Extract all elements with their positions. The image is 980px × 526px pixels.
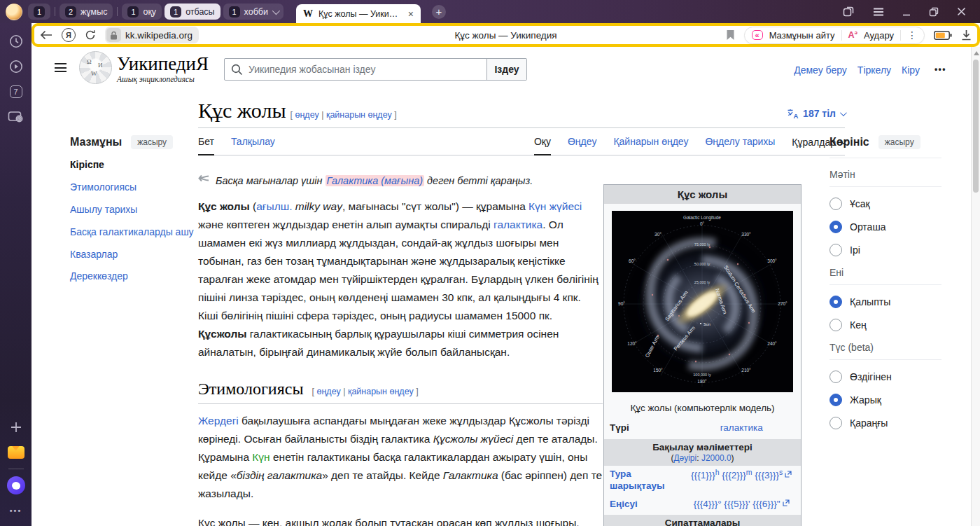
inline-link[interactable]: Тура шарықтауы [610,468,687,492]
inline-link[interactable]: галактика [493,219,542,230]
toc-item-sources[interactable]: Дереккөздер [70,270,206,283]
yandex-letter: Я [66,31,71,39]
inline-link[interactable]: h [715,468,720,476]
wikipedia-logo[interactable]: ΩИW [79,51,112,84]
radio-option[interactable]: Өздігінен [830,371,941,383]
more-options-icon[interactable]: ••• [6,501,26,520]
translate-button[interactable]: Аудару [864,30,894,41]
secure-lock-icon[interactable] [106,28,121,42]
toc-item-discovery[interactable]: Ашылу тарихы [70,203,206,216]
search-input[interactable] [225,59,486,80]
login-link[interactable]: Кіру [902,64,920,76]
inline-link[interactable]: қайнарын өңдеу [348,387,414,396]
radio-option[interactable]: Жарық [830,394,941,406]
toc-hide-button[interactable]: жасыру [131,135,173,149]
toc-item-intro[interactable]: Кіріспе [70,158,206,172]
scrollbar-thumb[interactable] [973,60,979,193]
tab-group-hobby[interactable]: 1хобби [223,4,284,20]
profile-avatar[interactable] [6,4,22,20]
minimize-icon[interactable] [902,8,911,16]
language-button[interactable]: A 187 тіл [787,108,845,122]
radio-option[interactable]: Кең [830,319,941,331]
menu-icon[interactable] [873,8,884,16]
inline-link[interactable]: өңдеу [316,387,340,396]
donate-link[interactable]: Демеу беру [794,64,847,76]
register-link[interactable]: Тіркелу [858,64,891,76]
text-segment: : [696,453,701,463]
infobox-observation-header: Бақылау мәліметтері (Дәуірі: J2000.0) [604,439,801,466]
inline-link[interactable]: өңдеу [295,110,319,120]
tab-group[interactable]: 1 [28,4,50,20]
close-tab-icon[interactable]: × [408,9,414,19]
reload-icon[interactable] [85,29,96,41]
inline-link[interactable]: қайнарын өңдеу [326,110,392,120]
header-more-icon[interactable]: ••• [934,64,946,74]
yandex-search-icon[interactable]: Я [62,28,76,42]
inline-link[interactable]: m [746,468,752,476]
inline-link[interactable]: {{{4}}}° {{{5}}}' {{{6}}}" [694,499,780,509]
add-widget-icon[interactable] [6,417,26,437]
tab-history[interactable]: Өңделу тарихы [705,130,775,155]
inline-link[interactable]: Жердегі [198,415,239,427]
downloads-icon[interactable] [961,29,972,41]
inline-link[interactable]: s [779,468,783,476]
text-segment: біздің галактика [237,469,322,481]
radio-option[interactable]: Ірі [830,244,941,256]
radio-option[interactable]: Қараңғы [830,417,941,429]
tab-page[interactable]: Бет [198,130,214,155]
url-text[interactable]: kk.wikipedia.org [125,30,192,41]
galaxy-degree: 180° [697,379,707,384]
inline-link[interactable]: {{{3}}} [755,470,779,480]
tab-counter-icon[interactable]: 7 [6,82,26,102]
inline-link[interactable]: J2000.0 [701,453,732,463]
galaxy-image[interactable]: Galactic Longitude 0° 30° 60° 90° 120° 1… [612,211,793,392]
infobox-characteristics-header: Сипаттамалары [604,515,801,526]
inline-link[interactable]: ағылш. [256,200,292,212]
page-scrollbar[interactable] [971,47,980,526]
inline-link[interactable]: Еңісуі [610,498,687,511]
hamburger-menu-icon[interactable] [55,63,66,72]
battery-icon[interactable] [934,30,952,41]
yandex-mail-icon[interactable] [6,443,26,462]
search-button[interactable]: Іздеу [486,59,526,80]
side-panel-icon[interactable] [842,6,855,18]
wikipedia-wordmark[interactable]: УикипедиЯ Ашық энциклопедиясы [117,54,209,83]
bookmark-icon[interactable] [726,29,735,41]
tab-edit[interactable]: Өңдеу [568,130,596,155]
radio-option[interactable]: Ұсақ [830,198,941,210]
tab-group-work[interactable]: 2жұмыс [59,4,113,20]
alice-assistant-icon[interactable] [6,476,26,495]
active-browser-tab[interactable]: W Құс жолы — Уикипеди × [296,4,421,23]
inline-link[interactable]: Галактика (мағына) [326,175,425,186]
inline-link[interactable]: {{{1}}} [691,470,715,480]
kebab-menu-icon[interactable]: ⋮ [907,29,917,41]
new-tab-button[interactable]: + [432,5,446,19]
toc-item-quasars[interactable]: Квазарлар [70,248,206,261]
tab-talk[interactable]: Талқылау [231,130,275,155]
back-icon[interactable] [40,30,52,40]
maximize-icon[interactable] [929,7,939,17]
inline-link[interactable]: {{{2}}} [722,470,746,480]
video-icon[interactable] [6,57,26,76]
toc-item-other-galaxies[interactable]: Басқа галактикаларды ашу [70,226,206,239]
inline-link[interactable]: Күн жүйесі [528,200,582,212]
inline-link[interactable]: Дәуірі [673,453,696,463]
screen-capture-icon[interactable] [6,107,26,127]
read-aloud-button[interactable]: Мазмұнын айту [769,30,835,41]
tab-group-study[interactable]: 1оқу [122,4,162,20]
address-bar[interactable]: kk.wikipedia.org [105,27,199,43]
radio-label: Өздігінен [850,371,892,382]
inline-link[interactable]: Күн [252,451,270,463]
history-icon[interactable] [6,32,26,51]
radio-option[interactable]: Орташа [830,221,941,233]
toc-item-etymology[interactable]: Этимологиясы [70,181,206,194]
tab-tools[interactable]: Құралдар [792,130,845,155]
inline-link[interactable]: галактика [720,422,763,433]
radio-option[interactable]: Қалыпты [830,296,941,308]
appearance-hide-button[interactable]: жасыру [878,135,920,149]
tab-read[interactable]: Оқу [534,130,551,155]
scroll-up-arrow[interactable] [974,51,979,55]
tab-edit-source[interactable]: Қайнарын өңдеу [613,130,688,155]
tab-group-family-active[interactable]: 1отбасы [164,4,220,20]
close-window-icon[interactable] [957,7,966,16]
